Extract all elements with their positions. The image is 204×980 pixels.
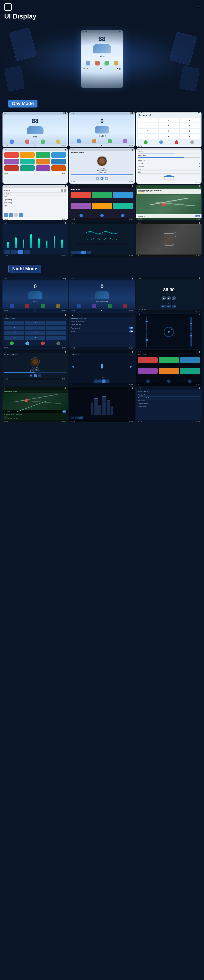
day-screen-music[interactable]: 11:48♪ ▊ Bluetooth_Music Music Title Mus…: [69, 148, 134, 184]
night-key-7[interactable]: 7: [4, 331, 24, 335]
radio-preset3[interactable]: FM3: [172, 305, 176, 307]
eq2-ctrl4[interactable]: [87, 251, 91, 254]
night-carplay-music[interactable]: [138, 357, 158, 363]
night-key-star[interactable]: *: [4, 336, 24, 340]
app-video[interactable]: [4, 165, 19, 171]
night-nav-icon2[interactable]: [98, 379, 102, 383]
day-screen-eq1[interactable]: 11:48▊ 72.5°F35.2°C: [3, 221, 68, 257]
app-camera[interactable]: [51, 159, 66, 164]
key-hash[interactable]: #: [180, 134, 200, 139]
night-carplay-btn3[interactable]: [188, 379, 191, 383]
eq-ctrl1[interactable]: [4, 250, 10, 254]
carplay-btn3[interactable]: [121, 214, 124, 217]
night-call-phone[interactable]: [10, 341, 14, 345]
radio-preset1[interactable]: FM1: [161, 305, 166, 307]
call-contacts[interactable]: [190, 140, 194, 144]
night-auto-connect-toggle[interactable]: [129, 327, 133, 329]
carplay-btn1[interactable]: [80, 214, 83, 217]
night-screen-settings2[interactable]: 11:48▊ System Panel Function Point ▶ Fro…: [136, 387, 201, 422]
radio-scan[interactable]: ▶: [167, 296, 171, 300]
night-power-toggle[interactable]: [129, 331, 133, 332]
night-carplay-maps[interactable]: [159, 357, 179, 363]
night-screen-call[interactable]: 11:48▊ Bluetooth_Call 1 2 3 4 5 6 7 8 9 …: [3, 314, 68, 349]
night-call-contacts[interactable]: [56, 341, 60, 345]
radio-preset2[interactable]: FM2: [167, 305, 171, 307]
day-screen-video[interactable]: 11:48▊ 35.2°C35.2°C: [136, 221, 201, 257]
night-screen-eq[interactable]: 1 ■■: [136, 314, 201, 349]
day-screen-map[interactable]: ●●●▊ Sunny Coffee Western Restaurant Res…: [136, 185, 201, 220]
night-screen-map[interactable]: ●●▊ Navigation Point ETA 5 min GO Shangh…: [3, 387, 68, 422]
eq2-ctrl2[interactable]: [76, 251, 81, 254]
key-3[interactable]: 3: [180, 118, 200, 123]
key-6[interactable]: 6: [180, 123, 200, 128]
night-screen-building[interactable]: 11:48▊ 35.2°C35.2°C: [69, 387, 134, 422]
night-call-end[interactable]: [41, 341, 45, 345]
day-screen-nav-settings[interactable]: 11:48▊ AngleBar Navigation GPS Logo sett…: [3, 185, 68, 220]
key-0[interactable]: 0: [159, 134, 179, 139]
day-screen-home[interactable]: 11:48BT ▊ 88 Nice 72.5°F▶35.2°C: [3, 112, 68, 147]
day-screen-home2[interactable]: 11:48BT ▊ 0 心心相印 35.2°C▶35.2°C: [69, 112, 134, 147]
carplay-app5[interactable]: [92, 203, 112, 209]
night-screen-carplay[interactable]: 11:48▊ iPlay Music 35.2°C35.2°C: [136, 350, 201, 386]
night-key-2[interactable]: 2: [25, 321, 45, 325]
day-screen-apps[interactable]: 11:48▊ 35.2°C▶35.2°C: [3, 148, 68, 184]
night-call-mic[interactable]: [26, 341, 29, 345]
day-screen-eq2[interactable]: 1:13 ■■ 35.2°C35.2°C: [69, 221, 134, 257]
night-carplay-6[interactable]: [180, 368, 200, 374]
day-screen-carplay[interactable]: 11:48▊ iPlay Music 35.2°C35.2°C: [69, 185, 134, 220]
carplay-btn2[interactable]: [100, 214, 104, 217]
app-phone[interactable]: [20, 165, 35, 171]
carplay-phone[interactable]: [113, 192, 134, 198]
slider-track-1[interactable]: [146, 317, 147, 331]
night-nav-icon1[interactable]: [94, 379, 98, 383]
carplay-app6[interactable]: [113, 203, 134, 209]
night-carplay-btn2[interactable]: [167, 379, 171, 383]
app-whatsapp[interactable]: [36, 152, 50, 158]
menu-icon[interactable]: [4, 3, 12, 11]
night-carplay-5[interactable]: [159, 368, 179, 374]
night-screen-home2[interactable]: 1:13▊ 0 Nav Navigation 35.2°C▶35.2°C: [69, 277, 134, 312]
prev-btn[interactable]: ⏮: [96, 177, 99, 180]
eq2-ctrl3[interactable]: [81, 251, 86, 254]
night-nav-icon4[interactable]: [106, 379, 110, 383]
carplay-maps[interactable]: [92, 192, 112, 198]
night-carplay-phone[interactable]: [180, 357, 200, 363]
key-2[interactable]: 2: [159, 118, 179, 123]
night-map-go-btn[interactable]: GO: [62, 410, 66, 412]
slider-handle-2[interactable]: [145, 339, 148, 340]
night-key-8[interactable]: 8: [25, 331, 45, 335]
night-play-btn[interactable]: ▶: [34, 374, 37, 377]
radio-next[interactable]: ⏭: [172, 296, 176, 300]
eq-ctrl2[interactable]: [11, 250, 17, 254]
slider-track-3[interactable]: [190, 317, 192, 331]
night-nav-icon3[interactable]: [102, 379, 105, 383]
night-key-6[interactable]: 6: [46, 326, 66, 330]
key-8[interactable]: 8: [159, 129, 179, 133]
eq-ctrl4[interactable]: [24, 250, 30, 254]
night-key-9[interactable]: 9: [46, 331, 66, 335]
night-screen-radio[interactable]: 1 ■■▊ ◄ 88.00 FM ⏮ ▶ ⏭ ► FM1 FM2 FM3 FM1…: [136, 277, 201, 312]
slider-track-4[interactable]: [190, 332, 192, 347]
night-build-ctrl3[interactable]: [79, 417, 83, 419]
carplay-podcast[interactable]: [70, 203, 91, 209]
slider-handle-1[interactable]: [145, 321, 148, 322]
night-key-3[interactable]: 3: [46, 321, 66, 325]
night-carplay-btn1[interactable]: [146, 379, 150, 383]
slider-track-2[interactable]: [146, 332, 147, 347]
volume-slider[interactable]: [71, 175, 133, 175]
night-vol-slider[interactable]: [4, 372, 66, 373]
app-maps[interactable]: [20, 152, 35, 158]
night-key-5[interactable]: 5: [25, 326, 45, 330]
night-map-ctrl1[interactable]: [4, 417, 8, 419]
app-wechat[interactable]: [20, 159, 35, 164]
app-music[interactable]: [4, 159, 19, 164]
night-key-hash[interactable]: #: [46, 336, 66, 340]
night-key-4[interactable]: 4: [4, 326, 24, 330]
carplay-music[interactable]: [70, 192, 91, 198]
day-screen-settings[interactable]: 1:13 ■■ Volume Brightness Navigation Dis…: [136, 148, 201, 184]
slider-handle-4[interactable]: [190, 335, 192, 336]
app-youtube[interactable]: [4, 152, 19, 158]
night-screen-home[interactable]: 11:48BT ▊ 0 Nice 35.2°C▶35.2°C: [3, 277, 68, 312]
eq-ctrl3[interactable]: [18, 250, 23, 254]
app-settings[interactable]: [36, 159, 50, 164]
